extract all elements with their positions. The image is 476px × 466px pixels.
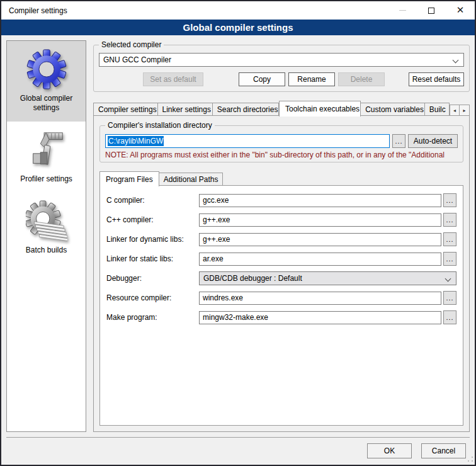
browse-directory-button[interactable]: ...	[392, 134, 405, 148]
field-label: Linker for dynamic libs:	[106, 235, 199, 244]
tab-scroll-left-button[interactable]: ◂	[450, 105, 460, 116]
minimize-icon	[399, 10, 406, 11]
blue-gear-icon	[26, 48, 67, 90]
tab-build-options[interactable]: Builc	[425, 103, 450, 116]
field-label: Make program:	[106, 313, 199, 322]
static-linker-input[interactable]	[199, 253, 441, 266]
dynamic-linker-input[interactable]	[199, 233, 441, 246]
tab-linker-settings[interactable]: Linker settings	[158, 103, 213, 116]
field-label: Debugger:	[106, 274, 199, 283]
field-row-make-program: Make program: ...	[106, 310, 456, 324]
resource-compiler-input[interactable]	[199, 292, 441, 305]
maximize-button[interactable]	[417, 1, 446, 20]
reset-defaults-button[interactable]: Reset defaults	[409, 72, 464, 86]
resize-grip-icon[interactable]	[467, 456, 473, 462]
dialog-footer: OK Cancel	[6, 437, 470, 461]
installation-directory-legend: Compiler's installation directory	[105, 121, 215, 130]
field-label: C++ compiler:	[106, 215, 199, 224]
field-row-cpp-compiler: C++ compiler: ...	[106, 213, 456, 227]
tab-custom-variables[interactable]: Custom variables	[361, 103, 425, 116]
field-label: Resource compiler:	[106, 293, 199, 302]
tab-additional-paths[interactable]: Additional Paths	[159, 173, 224, 186]
installation-directory-group: Compiler's installation directory C:\ray…	[99, 125, 463, 162]
field-row-resource-compiler: Resource compiler: ...	[106, 291, 456, 305]
toolchain-executables-page: Compiler's installation directory C:\ray…	[93, 115, 470, 432]
close-button[interactable]: ✕	[446, 1, 475, 20]
rename-button[interactable]: Rename	[288, 72, 335, 86]
selected-compiler-group: Selected compiler GNU GCC Compiler Set a…	[93, 45, 470, 92]
sidebar-item-profiler-settings[interactable]: Profiler settings	[7, 122, 86, 193]
field-row-dynamic-linker: Linker for dynamic libs: ...	[106, 232, 456, 246]
program-files-panel: C compiler: ... C++ compiler: ... Linker…	[99, 185, 463, 426]
debugger-select-value: GDB/CDB debugger : Default	[203, 274, 302, 283]
tab-compiler-settings[interactable]: Compiler settings	[93, 103, 158, 116]
resource-compiler-browse-button[interactable]: ...	[443, 291, 456, 305]
chevron-down-icon	[445, 276, 451, 282]
c-compiler-browse-button[interactable]: ...	[443, 193, 456, 207]
field-row-debugger: Debugger: GDB/CDB debugger : Default	[106, 271, 456, 285]
c-compiler-input[interactable]	[199, 194, 441, 207]
sidebar-item-label: Profiler settings	[20, 174, 72, 184]
tab-scroll-right-button[interactable]: ▸	[460, 105, 470, 116]
settings-tab-strip: Compiler settings Linker settings Search…	[93, 100, 470, 116]
tab-search-directories[interactable]: Search directories	[213, 103, 279, 116]
sidebar-item-label: Global compiler settings	[9, 94, 84, 113]
tab-scroll-right-icon: ▸	[463, 108, 465, 113]
static-linker-browse-button[interactable]: ...	[443, 252, 456, 266]
tab-scroll-left-icon: ◂	[453, 108, 456, 113]
make-program-input[interactable]	[199, 311, 441, 324]
tab-program-files[interactable]: Program Files	[99, 171, 159, 186]
minimize-button[interactable]	[388, 1, 417, 20]
title-bar: Compiler settings ✕	[1, 1, 475, 20]
field-label: C compiler:	[106, 196, 199, 205]
close-icon: ✕	[456, 6, 465, 15]
cancel-button[interactable]: Cancel	[421, 443, 466, 458]
cpp-compiler-browse-button[interactable]: ...	[443, 213, 456, 227]
program-files-tab-strip: Program Files Additional Paths	[99, 171, 463, 186]
sidebar-item-batch-builds[interactable]: Batch builds	[7, 193, 86, 264]
delete-button[interactable]: Delete	[338, 72, 385, 86]
compiler-settings-dialog: Compiler settings ✕ Global compiler sett…	[0, 0, 476, 466]
compiler-select[interactable]: GNU GCC Compiler	[99, 53, 464, 67]
make-program-browse-button[interactable]: ...	[443, 310, 456, 324]
debugger-select[interactable]: GDB/CDB debugger : Default	[199, 271, 456, 285]
tab-toolchain-executables[interactable]: Toolchain executables	[279, 101, 361, 116]
field-label: Linker for static libs:	[106, 254, 199, 263]
sidebar-item-label: Batch builds	[26, 246, 67, 255]
cpp-compiler-input[interactable]	[199, 213, 441, 227]
field-row-static-linker: Linker for static libs: ...	[106, 252, 456, 266]
settings-category-sidebar: Global compiler settings	[6, 40, 86, 432]
sidebar-item-global-compiler-settings[interactable]: Global compiler settings	[7, 41, 86, 122]
window-title: Compiler settings	[9, 6, 67, 15]
compiler-select-value: GNU GCC Compiler	[103, 55, 171, 64]
installation-directory-input[interactable]: C:\raylib\MinGW	[105, 134, 390, 148]
gray-gear-papers-icon	[26, 200, 67, 242]
auto-detect-button[interactable]: Auto-detect	[408, 134, 458, 148]
set-as-default-button[interactable]: Set as default	[143, 72, 203, 86]
field-row-c-compiler: C compiler: ...	[106, 193, 456, 207]
maximize-icon	[428, 8, 434, 14]
page-title: Global compiler settings	[183, 22, 293, 33]
copy-button[interactable]: Copy	[239, 72, 285, 86]
dynamic-linker-browse-button[interactable]: ...	[443, 232, 456, 246]
window-controls: ✕	[388, 1, 475, 20]
installation-directory-value: C:\raylib\MinGW	[108, 136, 164, 146]
installation-note: NOTE: All programs must exist either in …	[105, 151, 458, 159]
caliper-icon	[26, 129, 67, 171]
selected-compiler-legend: Selected compiler	[99, 40, 164, 49]
dialog-header: Global compiler settings	[1, 20, 475, 35]
ok-button[interactable]: OK	[367, 443, 412, 458]
chevron-down-icon	[453, 57, 459, 64]
